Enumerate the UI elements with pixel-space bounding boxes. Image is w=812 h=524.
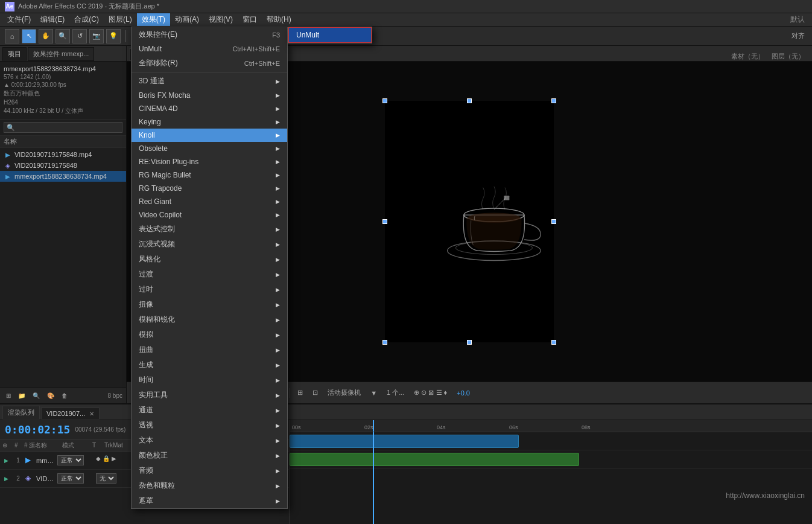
menu-item-rgmagicbullet[interactable]: RG Magic Bullet ▶ [132, 168, 287, 182]
menu-item-blursharpen[interactable]: 模糊和锐化 ▶ [132, 312, 287, 327]
menu-item-knoll[interactable]: Knoll ▶ [132, 129, 287, 142]
menu-item-exprctrl[interactable]: 表达式控制 ▶ [132, 222, 287, 237]
submenu-item-unmult[interactable]: UnMult [288, 27, 372, 43]
menu-item-unmult[interactable]: UnMult Ctrl+Alt+Shift+E [132, 42, 287, 56]
menu-item-audio[interactable]: 音频 ▶ [132, 463, 287, 478]
menu-item-channel[interactable]: 通道 ▶ [132, 403, 287, 418]
menu-item-utility[interactable]: 实用工具 ▶ [132, 388, 287, 403]
menu-item-rgtrapcode[interactable]: RG Trapcode ▶ [132, 182, 287, 195]
menu-item-borisfx[interactable]: Boris FX Mocha ▶ [132, 89, 287, 102]
effects-menu: 效果控件(E) F3 UnMult Ctrl+Alt+Shift+E 全部移除(… [131, 27, 288, 509]
menu-item-simulate[interactable]: 模拟 ▶ [132, 327, 287, 342]
menu-item-text[interactable]: 文本 ▶ [132, 433, 287, 448]
menu-item-warp[interactable]: 扭曲 ▶ [132, 342, 287, 357]
menu-item-removeall[interactable]: 全部移除(R) Ctrl+Shift+E [132, 56, 287, 71]
menu-item-colorcorrect[interactable]: 颜色校正 ▶ [132, 448, 287, 463]
menu-item-perspective[interactable]: 透视 ▶ [132, 418, 287, 433]
menu-item-noisegrain[interactable]: 杂色和颗粒 ▶ [132, 478, 287, 493]
menu-item-3dchannel[interactable]: 3D 通道 ▶ [132, 74, 287, 89]
menu-item-obsolete[interactable]: Obsolete ▶ [132, 142, 287, 155]
knoll-submenu: UnMult [288, 27, 372, 43]
menu-item-matte[interactable]: 遮罩 ▶ [132, 493, 287, 508]
menu-item-videocopilot[interactable]: Video Copilot ▶ [132, 208, 287, 222]
menu-item-immersive[interactable]: 沉浸式视频 ▶ [132, 237, 287, 252]
menu-item-revision[interactable]: RE:Vision Plug-ins ▶ [132, 155, 287, 168]
menu-item-effectcontrols[interactable]: 效果控件(E) F3 [132, 27, 287, 42]
menu-separator-1 [132, 72, 287, 72]
menu-item-generate[interactable]: 生成 ▶ [132, 357, 287, 372]
menu-item-distort[interactable]: 扭像 ▶ [132, 297, 287, 312]
menu-item-transition[interactable]: 过渡 ▶ [132, 267, 287, 282]
menu-item-obsolete2[interactable]: 过时 ▶ [132, 282, 287, 297]
menu-item-redgiant[interactable]: Red Giant ▶ [132, 195, 287, 208]
menu-item-stylize[interactable]: 风格化 ▶ [132, 252, 287, 267]
dropdown-overlay[interactable]: 效果控件(E) F3 UnMult Ctrl+Alt+Shift+E 全部移除(… [0, 0, 812, 524]
menu-item-keying[interactable]: Keying ▶ [132, 115, 287, 129]
menu-item-cinema4d[interactable]: CINEMA 4D ▶ [132, 102, 287, 115]
menu-item-time[interactable]: 时间 ▶ [132, 372, 287, 388]
